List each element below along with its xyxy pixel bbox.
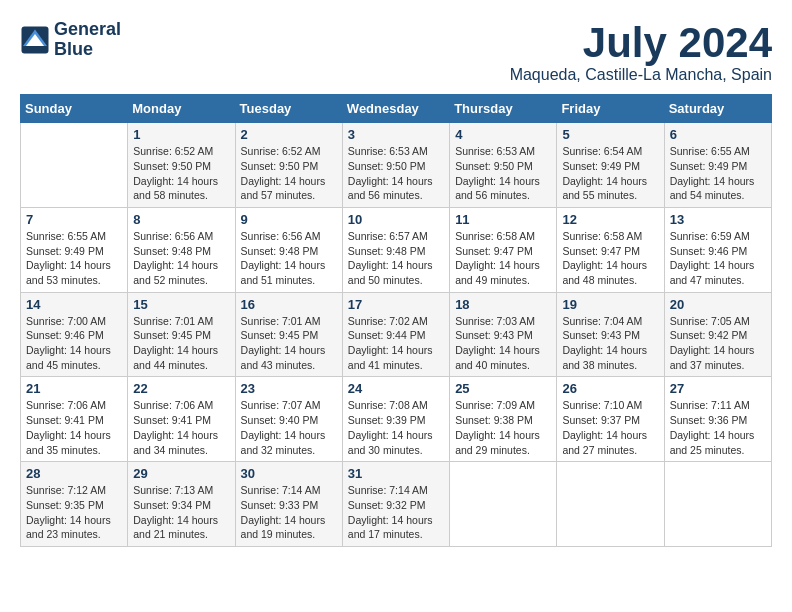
calendar-cell: 7Sunrise: 6:55 AMSunset: 9:49 PMDaylight… — [21, 207, 128, 292]
day-info: Sunrise: 6:57 AMSunset: 9:48 PMDaylight:… — [348, 229, 444, 288]
day-info: Sunrise: 7:06 AMSunset: 9:41 PMDaylight:… — [133, 398, 229, 457]
calendar-table: SundayMondayTuesdayWednesdayThursdayFrid… — [20, 94, 772, 547]
day-number: 14 — [26, 297, 122, 312]
logo-icon — [20, 25, 50, 55]
month-title: July 2024 — [510, 20, 772, 66]
calendar-cell: 11Sunrise: 6:58 AMSunset: 9:47 PMDayligh… — [450, 207, 557, 292]
logo: General Blue — [20, 20, 121, 60]
calendar-cell: 21Sunrise: 7:06 AMSunset: 9:41 PMDayligh… — [21, 377, 128, 462]
day-number: 10 — [348, 212, 444, 227]
calendar-cell: 25Sunrise: 7:09 AMSunset: 9:38 PMDayligh… — [450, 377, 557, 462]
column-header-monday: Monday — [128, 95, 235, 123]
calendar-cell — [450, 462, 557, 547]
day-number: 28 — [26, 466, 122, 481]
day-number: 15 — [133, 297, 229, 312]
calendar-cell: 23Sunrise: 7:07 AMSunset: 9:40 PMDayligh… — [235, 377, 342, 462]
header-row: SundayMondayTuesdayWednesdayThursdayFrid… — [21, 95, 772, 123]
week-row-3: 21Sunrise: 7:06 AMSunset: 9:41 PMDayligh… — [21, 377, 772, 462]
logo-line1: General — [54, 20, 121, 40]
calendar-cell: 22Sunrise: 7:06 AMSunset: 9:41 PMDayligh… — [128, 377, 235, 462]
calendar-cell: 16Sunrise: 7:01 AMSunset: 9:45 PMDayligh… — [235, 292, 342, 377]
day-info: Sunrise: 6:54 AMSunset: 9:49 PMDaylight:… — [562, 144, 658, 203]
day-number: 6 — [670, 127, 766, 142]
day-info: Sunrise: 6:55 AMSunset: 9:49 PMDaylight:… — [26, 229, 122, 288]
calendar-cell — [21, 123, 128, 208]
day-number: 26 — [562, 381, 658, 396]
day-info: Sunrise: 7:14 AMSunset: 9:32 PMDaylight:… — [348, 483, 444, 542]
calendar-cell: 1Sunrise: 6:52 AMSunset: 9:50 PMDaylight… — [128, 123, 235, 208]
calendar-cell: 24Sunrise: 7:08 AMSunset: 9:39 PMDayligh… — [342, 377, 449, 462]
calendar-cell: 6Sunrise: 6:55 AMSunset: 9:49 PMDaylight… — [664, 123, 771, 208]
day-info: Sunrise: 6:53 AMSunset: 9:50 PMDaylight:… — [455, 144, 551, 203]
calendar-cell — [557, 462, 664, 547]
day-info: Sunrise: 7:14 AMSunset: 9:33 PMDaylight:… — [241, 483, 337, 542]
day-number: 29 — [133, 466, 229, 481]
day-number: 7 — [26, 212, 122, 227]
day-info: Sunrise: 6:53 AMSunset: 9:50 PMDaylight:… — [348, 144, 444, 203]
day-number: 9 — [241, 212, 337, 227]
day-number: 23 — [241, 381, 337, 396]
title-block: July 2024 Maqueda, Castille-La Mancha, S… — [510, 20, 772, 84]
day-info: Sunrise: 7:01 AMSunset: 9:45 PMDaylight:… — [133, 314, 229, 373]
day-info: Sunrise: 7:01 AMSunset: 9:45 PMDaylight:… — [241, 314, 337, 373]
day-info: Sunrise: 6:56 AMSunset: 9:48 PMDaylight:… — [133, 229, 229, 288]
week-row-1: 7Sunrise: 6:55 AMSunset: 9:49 PMDaylight… — [21, 207, 772, 292]
week-row-2: 14Sunrise: 7:00 AMSunset: 9:46 PMDayligh… — [21, 292, 772, 377]
calendar-cell: 28Sunrise: 7:12 AMSunset: 9:35 PMDayligh… — [21, 462, 128, 547]
day-number: 12 — [562, 212, 658, 227]
day-number: 13 — [670, 212, 766, 227]
day-info: Sunrise: 7:02 AMSunset: 9:44 PMDaylight:… — [348, 314, 444, 373]
day-info: Sunrise: 7:05 AMSunset: 9:42 PMDaylight:… — [670, 314, 766, 373]
day-info: Sunrise: 7:08 AMSunset: 9:39 PMDaylight:… — [348, 398, 444, 457]
day-number: 4 — [455, 127, 551, 142]
day-number: 19 — [562, 297, 658, 312]
day-info: Sunrise: 7:07 AMSunset: 9:40 PMDaylight:… — [241, 398, 337, 457]
calendar-cell: 26Sunrise: 7:10 AMSunset: 9:37 PMDayligh… — [557, 377, 664, 462]
day-info: Sunrise: 6:55 AMSunset: 9:49 PMDaylight:… — [670, 144, 766, 203]
day-info: Sunrise: 7:04 AMSunset: 9:43 PMDaylight:… — [562, 314, 658, 373]
day-info: Sunrise: 7:00 AMSunset: 9:46 PMDaylight:… — [26, 314, 122, 373]
day-number: 30 — [241, 466, 337, 481]
calendar-cell: 14Sunrise: 7:00 AMSunset: 9:46 PMDayligh… — [21, 292, 128, 377]
column-header-wednesday: Wednesday — [342, 95, 449, 123]
day-info: Sunrise: 6:59 AMSunset: 9:46 PMDaylight:… — [670, 229, 766, 288]
calendar-cell: 30Sunrise: 7:14 AMSunset: 9:33 PMDayligh… — [235, 462, 342, 547]
day-number: 17 — [348, 297, 444, 312]
calendar-cell: 27Sunrise: 7:11 AMSunset: 9:36 PMDayligh… — [664, 377, 771, 462]
logo-line2: Blue — [54, 40, 121, 60]
week-row-0: 1Sunrise: 6:52 AMSunset: 9:50 PMDaylight… — [21, 123, 772, 208]
calendar-cell: 17Sunrise: 7:02 AMSunset: 9:44 PMDayligh… — [342, 292, 449, 377]
calendar-cell: 15Sunrise: 7:01 AMSunset: 9:45 PMDayligh… — [128, 292, 235, 377]
column-header-tuesday: Tuesday — [235, 95, 342, 123]
location-title: Maqueda, Castille-La Mancha, Spain — [510, 66, 772, 84]
day-number: 8 — [133, 212, 229, 227]
week-row-4: 28Sunrise: 7:12 AMSunset: 9:35 PMDayligh… — [21, 462, 772, 547]
day-number: 3 — [348, 127, 444, 142]
day-number: 21 — [26, 381, 122, 396]
column-header-saturday: Saturday — [664, 95, 771, 123]
calendar-cell: 2Sunrise: 6:52 AMSunset: 9:50 PMDaylight… — [235, 123, 342, 208]
day-info: Sunrise: 6:56 AMSunset: 9:48 PMDaylight:… — [241, 229, 337, 288]
day-number: 16 — [241, 297, 337, 312]
day-info: Sunrise: 6:58 AMSunset: 9:47 PMDaylight:… — [455, 229, 551, 288]
calendar-cell: 12Sunrise: 6:58 AMSunset: 9:47 PMDayligh… — [557, 207, 664, 292]
day-number: 1 — [133, 127, 229, 142]
column-header-sunday: Sunday — [21, 95, 128, 123]
day-number: 24 — [348, 381, 444, 396]
day-info: Sunrise: 7:13 AMSunset: 9:34 PMDaylight:… — [133, 483, 229, 542]
page-header: General Blue July 2024 Maqueda, Castille… — [20, 20, 772, 84]
calendar-cell: 29Sunrise: 7:13 AMSunset: 9:34 PMDayligh… — [128, 462, 235, 547]
day-info: Sunrise: 6:52 AMSunset: 9:50 PMDaylight:… — [241, 144, 337, 203]
day-info: Sunrise: 6:52 AMSunset: 9:50 PMDaylight:… — [133, 144, 229, 203]
calendar-cell: 18Sunrise: 7:03 AMSunset: 9:43 PMDayligh… — [450, 292, 557, 377]
column-header-friday: Friday — [557, 95, 664, 123]
day-number: 2 — [241, 127, 337, 142]
logo-text: General Blue — [54, 20, 121, 60]
calendar-cell: 9Sunrise: 6:56 AMSunset: 9:48 PMDaylight… — [235, 207, 342, 292]
calendar-cell: 3Sunrise: 6:53 AMSunset: 9:50 PMDaylight… — [342, 123, 449, 208]
day-number: 25 — [455, 381, 551, 396]
day-number: 22 — [133, 381, 229, 396]
calendar-cell: 19Sunrise: 7:04 AMSunset: 9:43 PMDayligh… — [557, 292, 664, 377]
day-info: Sunrise: 7:11 AMSunset: 9:36 PMDaylight:… — [670, 398, 766, 457]
day-number: 11 — [455, 212, 551, 227]
